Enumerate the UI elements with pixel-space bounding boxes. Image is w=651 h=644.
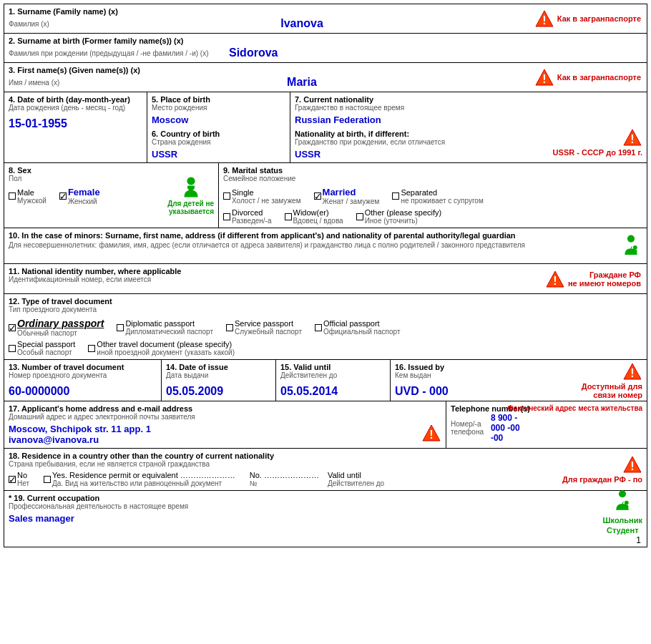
female-checkbox[interactable] [59,192,67,200]
field18-label: 18. Residence in a country other than th… [9,452,525,460]
field11-hint: Граждане РФне имеют номеров [568,270,641,288]
field5-label: 5. Place of birth [152,95,285,104]
section-8-col: 8. Sex Пол Male Мужской Female [4,163,219,228]
field16-sublabel: Кем выдан [395,371,518,379]
field9-widow: Widow(er) Вдовец / вдова [285,208,343,225]
svg-text:!: ! [630,367,634,379]
field19-label: * 19. Current occupation [9,494,525,502]
field17-phone-sublabel: Номер/-а телефона [451,420,488,436]
person-icon-8 [180,175,202,200]
section-16-col: 16. Issued by Кем выдан UVD - 000 ! Дост… [391,360,647,401]
field18-hint: Для граждан РФ - по [562,475,642,484]
field18-no: No Нет [9,471,29,487]
widow-checkbox[interactable] [285,213,292,220]
residence-no-checkbox[interactable] [9,476,16,483]
field3-label: 3. First name(s) (Given name(s)) (x) [9,66,504,74]
field12-special: Special passport Особый паспорт [9,340,75,356]
field3-value: Maria [100,76,504,89]
field18-hint-area: ! Для граждан РФ - по [562,455,642,484]
field2-sublabel: Фамилия при рождении (предыдущая / -не ф… [9,49,223,57]
section-13161: 13. Number of travel document Номер прое… [4,360,647,401]
field11-label: 11. National identity number, where appl… [9,267,504,275]
other-doc-checkbox[interactable] [88,345,95,352]
residence-yes-checkbox[interactable] [44,476,51,483]
field19-spacer [9,524,525,531]
field7-hint-red: USSR - СССР до 1991 г. [553,148,642,157]
section-18: 18. Residence in a country other than th… [4,449,647,491]
warning-icon-3: ! [534,68,554,87]
section-4567: 4. Date of birth (day-month-year) Дата р… [4,92,647,163]
section-1: 1. Surname (Family name) (x) Фамилия (x)… [4,4,647,34]
diplomatic-checkbox[interactable] [117,324,124,331]
section-10: 10. In the case of minors: Surname, firs… [4,228,647,264]
field7b-value: USSR [295,149,518,160]
married-checkbox[interactable] [314,192,321,200]
field17-label: 17. Applicant's home address and e-mail … [9,404,410,413]
field12-official: Official passport Официальный паспорт [315,319,400,336]
warning-icon-11: ! [545,270,565,288]
single-checkbox[interactable] [223,192,230,200]
field14-sublabel: Дата выдачи [166,371,271,379]
field5-value: Moscow [152,114,285,125]
field14-value: 05.05.2009 [166,385,271,398]
field7a-sublabel: Гражданство при рождении, если отличаетс… [295,138,518,146]
field11-sublabel: Идентификационный номер, если имеется [9,275,504,283]
svg-text:!: ! [542,73,546,85]
field12-other: Other travel document (please specify) и… [88,340,235,356]
field13-label: 13. Number of travel document [9,363,157,371]
field1-value: Ivanova [100,17,504,30]
warning-icon-16: ! [622,362,642,381]
svg-text:!: ! [630,460,634,472]
svg-line-13 [631,246,632,248]
svg-text:!: ! [553,275,557,287]
field7-label: 7. Current nationality [295,95,518,104]
field17-hint-area: Фактический адрес места жительства [507,404,642,412]
field15-value: 05.05.2014 [280,385,386,398]
section-12: 12. Type of travel document Тип проездно… [4,294,647,360]
svg-line-26 [622,502,623,504]
field8-female-label: Female Женский [68,187,100,205]
svg-point-12 [633,245,637,250]
field17-sublabel: Домашний адрес и адрес электронной почты… [9,413,410,421]
field6-value: USSR [152,149,285,160]
field15-sublabel: Действителен до [280,371,386,379]
field9-married: Married Женат / замужем [314,187,380,205]
svg-text:!: ! [429,429,433,441]
field8-options: Male Мужской Female Женский [9,187,175,205]
field8-female: Female Женский [59,187,100,205]
form-page: 1. Surname (Family name) (x) Фамилия (x)… [4,4,647,547]
ordinary-checkbox[interactable] [9,324,16,331]
separated-checkbox[interactable] [392,192,399,200]
field12-row2: Special passport Особый паспорт Other tr… [9,340,642,356]
warning-icon-7: ! [622,128,642,147]
svg-text:!: ! [630,133,634,145]
field9-sublabel: Семейное положение [223,175,642,182]
field4-value: 15-01-1955 [9,117,142,130]
special-checkbox[interactable] [9,345,16,352]
svg-point-22 [619,490,626,497]
section-19: * 19. Current occupation Профессиональна… [4,491,647,534]
person-icon-19 [611,489,634,514]
field12-service: Service passport Служебный паспорт [226,319,302,336]
divorced-checkbox[interactable] [223,213,230,220]
section-7-col: 7. Current nationality Гражданство в нас… [290,92,647,162]
field8-hint: Для детей неуказывается [167,200,214,215]
service-checkbox[interactable] [226,324,233,331]
field18-no2: No. ………………… № [250,471,319,487]
official-checkbox[interactable] [315,324,322,331]
field6-sublabel: Страна рождения [152,138,285,146]
field4-sublabel: Дата рождения (день - месяц - год) [9,104,142,112]
warning-icon-1: ! [534,9,554,28]
field14-label: 14. Date of issue [166,363,271,371]
field2-label: 2. Surname at birth (Former family name(… [9,36,642,45]
field12-row1: Ordinary passport Обычный паспорт Diplom… [9,318,642,337]
section-15-col: 15. Valid until Действителен до 05.05.20… [276,360,391,401]
section-17: 17. Applicant's home address and e-mail … [4,401,647,449]
field12-sublabel: Тип проездного документа [9,306,642,313]
other-status-checkbox[interactable] [356,213,363,220]
field2-value: Sidorova [229,47,278,59]
male-checkbox[interactable] [9,192,16,200]
field8-label: 8. Sex [9,166,175,175]
field3-hint-area: ! Как в загранпаспорте [534,68,641,87]
field16-hint: Доступный длясвязи номер [582,382,642,399]
